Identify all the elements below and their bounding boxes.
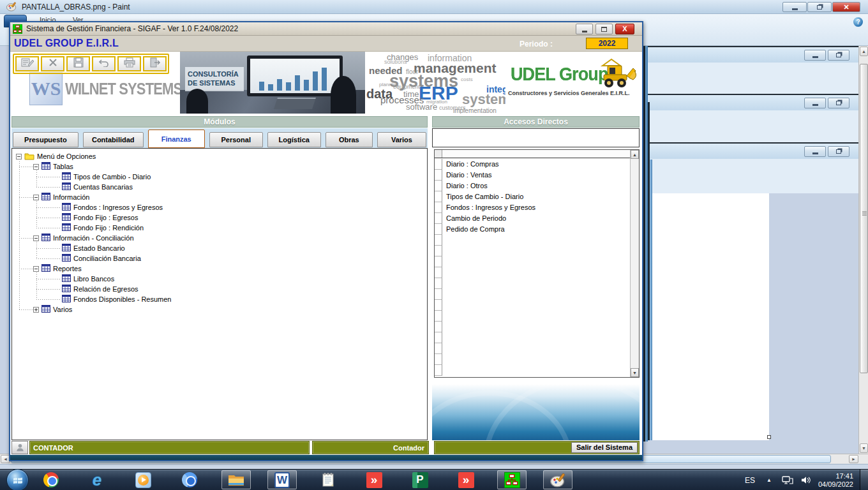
exit-button[interactable]: [143, 56, 167, 71]
taskbar-icon-word[interactable]: W: [267, 470, 297, 489]
taskbar-icon-chromium[interactable]: [175, 470, 204, 489]
sigaf-close-button[interactable]: X: [615, 24, 634, 34]
mdi-restore-button[interactable]: [828, 146, 849, 157]
row-selector[interactable]: [435, 354, 442, 365]
vertical-scroll-thumb[interactable]: [860, 64, 868, 373]
edit-button[interactable]: [15, 56, 39, 71]
tab-personal[interactable]: Personal: [209, 132, 263, 147]
mdi-minimize-button[interactable]: [804, 146, 826, 157]
shortcut-row[interactable]: Pedido de Compra: [435, 224, 629, 235]
taskbar-icon-internet-explorer[interactable]: e: [82, 470, 112, 489]
exit-system-button[interactable]: Salir del Sistema: [571, 442, 638, 453]
row-selector[interactable]: [435, 365, 442, 376]
tree-item[interactable]: Conciliación Bancaria: [12, 253, 141, 264]
paint-restore-button[interactable]: [807, 2, 832, 12]
shortcuts-filter-box[interactable]: [432, 128, 640, 147]
shortcut-row[interactable]: [435, 311, 629, 322]
row-selector[interactable]: [435, 170, 442, 181]
shortcut-row[interactable]: [435, 354, 629, 365]
row-selector[interactable]: [435, 289, 442, 300]
tree-item[interactable]: Fondo Fijo : Rendición: [12, 223, 144, 233]
scroll-up-button[interactable]: ▲: [860, 47, 868, 56]
taskbar-icon-notepad[interactable]: [313, 470, 343, 489]
tab-obras[interactable]: Obras: [326, 132, 373, 147]
tab-logistica[interactable]: Logística: [267, 132, 321, 147]
scroll-down-button[interactable]: ▼: [860, 443, 868, 453]
cancel-button[interactable]: [41, 56, 64, 71]
shortcut-row[interactable]: [435, 246, 629, 256]
taskbar-icon-paint[interactable]: [543, 470, 572, 489]
period-value[interactable]: 2022: [586, 38, 628, 49]
tab-presupuesto[interactable]: Presupuesto: [13, 132, 79, 147]
sigaf-minimize-button[interactable]: [576, 24, 593, 34]
save-button[interactable]: [66, 56, 90, 71]
mdi-minimize-button[interactable]: [804, 98, 826, 108]
row-selector[interactable]: [435, 235, 442, 246]
canvas-resize-handle[interactable]: [767, 435, 771, 439]
scroll-down-button[interactable]: ▼: [631, 368, 639, 377]
tree-item[interactable]: Menú de Opciones: [12, 151, 96, 161]
collapse-toggle[interactable]: [16, 154, 22, 160]
mdi-minimize-button[interactable]: [804, 50, 826, 61]
sigaf-maximize-button[interactable]: [595, 24, 613, 34]
shortcut-row[interactable]: Diario : Compras: [435, 159, 629, 170]
shortcut-row[interactable]: [435, 332, 629, 343]
row-selector[interactable]: [435, 256, 442, 267]
taskbar-icon-publisher[interactable]: P: [405, 470, 435, 489]
taskbar-icon-anydesk-2[interactable]: »: [451, 470, 481, 489]
scroll-right-button[interactable]: ►: [849, 455, 858, 463]
start-button[interactable]: [6, 469, 29, 490]
taskbar-icon-anydesk[interactable]: »: [359, 470, 389, 489]
tree-item[interactable]: Información: [12, 192, 89, 202]
mdi-restore-button[interactable]: [828, 50, 849, 61]
taskbar-icon-file-explorer[interactable]: [221, 470, 251, 489]
tree-item[interactable]: Información - Conciliación: [12, 233, 134, 243]
row-selector[interactable]: [435, 224, 442, 235]
show-desktop-button[interactable]: [860, 470, 868, 490]
row-selector[interactable]: [435, 213, 442, 224]
network-icon[interactable]: [782, 476, 793, 485]
tree-item[interactable]: Tablas: [12, 161, 73, 172]
shortcut-row[interactable]: [435, 289, 629, 300]
help-icon[interactable]: ?: [853, 17, 863, 27]
mdi-restore-button[interactable]: [828, 98, 849, 108]
shortcut-row[interactable]: Fondos : Ingresos y Egresos: [435, 202, 629, 213]
tree-item[interactable]: Varios: [12, 304, 72, 315]
tray-language[interactable]: ES: [745, 476, 755, 485]
row-selector[interactable]: [435, 322, 442, 332]
collapse-toggle[interactable]: [33, 164, 39, 170]
tray-hidden-icons-chevron[interactable]: ▲: [767, 477, 772, 483]
taskbar-icon-chrome[interactable]: [36, 470, 66, 489]
row-selector[interactable]: [435, 343, 442, 354]
tree-item[interactable]: Tipos de Cambio - Diario: [12, 172, 151, 182]
tree-item[interactable]: Cuentas Bancarias: [12, 182, 133, 192]
shortcut-row[interactable]: Cambio de Periodo: [435, 213, 629, 224]
shortcut-row[interactable]: [435, 365, 629, 376]
row-selector[interactable]: [435, 181, 442, 191]
user-button[interactable]: [11, 441, 28, 454]
tab-varios[interactable]: Varios: [377, 132, 426, 147]
paint-close-button[interactable]: ✕: [832, 2, 860, 12]
row-selector[interactable]: [435, 267, 442, 278]
paint-vertical-scrollbar[interactable]: ▲ ▼: [858, 46, 868, 454]
scroll-up-button[interactable]: ▲: [631, 150, 639, 159]
tab-contabilidad[interactable]: Contabilidad: [83, 132, 144, 147]
row-selector[interactable]: [435, 159, 442, 170]
print-button[interactable]: [117, 56, 141, 71]
shortcut-row[interactable]: [435, 267, 629, 278]
tree-item[interactable]: Reportes: [12, 264, 82, 274]
shortcut-row[interactable]: [435, 300, 629, 311]
tree-item[interactable]: Relación de Egresos: [12, 284, 138, 294]
volume-icon[interactable]: [801, 476, 811, 484]
shortcut-row[interactable]: Diario : Otros: [435, 181, 629, 191]
row-selector[interactable]: [435, 191, 442, 202]
paint-minimize-button[interactable]: [782, 2, 807, 12]
taskbar-icon-media-player[interactable]: [128, 470, 158, 489]
shortcut-row[interactable]: [435, 235, 629, 246]
shortcut-row[interactable]: [435, 322, 629, 332]
expand-toggle[interactable]: [33, 307, 39, 313]
shortcut-row[interactable]: [435, 343, 629, 354]
tray-clock[interactable]: 17:41 04/09/2022: [818, 472, 853, 489]
collapse-toggle[interactable]: [33, 235, 39, 241]
row-selector[interactable]: [435, 300, 442, 311]
